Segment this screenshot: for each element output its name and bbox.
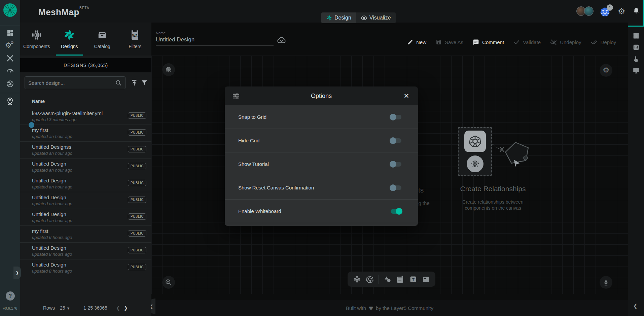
text-tool-icon[interactable]: T xyxy=(409,275,417,283)
visibility-badge: PUBLIC xyxy=(128,129,146,136)
right-dock-collapse-handle[interactable]: ❮ xyxy=(633,303,638,309)
svg-text:WA: WA xyxy=(132,34,138,38)
shapes-icon[interactable] xyxy=(384,275,392,283)
k8s-context-count-badge: 1 xyxy=(607,4,613,11)
toolbar-btn-4[interactable]: Undeploy xyxy=(550,39,581,45)
onboarding-card-text: Create relationships between components … xyxy=(449,199,537,211)
check-icon xyxy=(513,39,520,45)
tab-filters[interactable]: WA Filters xyxy=(119,23,152,56)
visibility-badge: PUBLIC xyxy=(128,197,146,203)
rail-expander-handle[interactable]: ❯ xyxy=(13,267,21,279)
toolkit-icon[interactable] xyxy=(6,54,14,63)
option-row-show-reset-canvas-confirmation: Show Reset Canvas Confirmation xyxy=(225,176,418,200)
tab-label: Catalog xyxy=(94,44,110,49)
column-header-name: Name xyxy=(32,99,45,104)
tab-label: Filters xyxy=(129,44,141,49)
components-chip-icon[interactable] xyxy=(353,275,361,283)
close-icon[interactable]: ✕ xyxy=(402,92,410,100)
upload-design-icon[interactable] xyxy=(131,79,138,86)
design-row[interactable]: Untitled Designupdated 8 hours agoPUBLIC xyxy=(20,259,151,276)
onboarding-card-title: Create Relationships xyxy=(444,185,542,193)
design-row[interactable]: Untitled Designupdated an hour agoPUBLIC xyxy=(20,192,151,209)
spoke-wheel-button[interactable] xyxy=(162,63,175,76)
meshery-swirl-icon xyxy=(326,15,332,21)
performance-gauge-icon[interactable] xyxy=(6,66,14,75)
collaborator-avatar-2[interactable] xyxy=(584,6,594,16)
option-toggle-2[interactable] xyxy=(390,161,402,168)
design-row[interactable]: Untitled Designupdated 8 hours agoPUBLIC xyxy=(20,242,151,259)
design-list: k8s-wasm-plugin-ratelimiter.ymlupdated 3… xyxy=(20,108,151,276)
rows-per-page-select[interactable]: 25 ▼ xyxy=(60,305,70,311)
tab-designs[interactable]: Designs xyxy=(53,23,86,56)
visibility-badge: PUBLIC xyxy=(128,180,146,186)
canvas-settings-button[interactable]: ⚙ xyxy=(600,64,612,77)
next-page-button[interactable]: ❯ xyxy=(124,305,128,311)
design-row[interactable]: Untitled Designupdated an hour agoPUBLIC xyxy=(20,209,151,225)
option-toggle-1[interactable] xyxy=(390,137,402,144)
designs-count-heading: DESIGNS (36,065) xyxy=(20,58,151,72)
design-row[interactable]: Untitled Designupdated an hour agoPUBLIC xyxy=(20,175,151,192)
option-toggle-0[interactable] xyxy=(390,114,402,120)
search-icon[interactable] xyxy=(115,79,122,86)
bell-icon[interactable] xyxy=(633,7,640,14)
toolbar-btn-1[interactable]: Save As xyxy=(436,39,463,45)
squid-extension-icon xyxy=(467,155,484,172)
option-row-enable-whiteboard: Enable Whiteboard xyxy=(225,200,418,223)
tab-label: Components xyxy=(23,44,50,49)
option-toggle-4[interactable] xyxy=(390,208,402,215)
owner-avatar xyxy=(29,122,34,128)
components-chip-icon xyxy=(31,29,42,41)
eye-icon xyxy=(361,14,367,21)
pen-tool-button[interactable] xyxy=(600,276,612,289)
widgets-grid-icon[interactable] xyxy=(633,32,640,39)
visibility-badge: PUBLIC xyxy=(128,247,146,253)
media-icon[interactable] xyxy=(422,275,430,283)
tab-components[interactable]: Components xyxy=(20,23,53,56)
prev-page-button[interactable]: ❮ xyxy=(116,305,120,311)
design-row[interactable]: my firstupdated 6 hours agoPUBLIC xyxy=(20,225,151,242)
option-label: Enable Whiteboard xyxy=(238,208,281,214)
zoom-in-button[interactable] xyxy=(162,276,175,289)
comment-icon xyxy=(473,39,479,45)
left-nav-rail: ⚙⚙ ❯ ? v0.6.176 xyxy=(0,0,20,316)
conformance-mesh-icon[interactable] xyxy=(6,79,14,88)
display-icon[interactable] xyxy=(633,67,640,74)
chart-panel-icon[interactable] xyxy=(633,44,640,51)
design-name-input[interactable] xyxy=(156,35,274,45)
dock-highlight-border-v xyxy=(643,0,644,27)
help-button[interactable]: ? xyxy=(6,291,15,301)
toolbar-btn-5[interactable]: Deploy xyxy=(591,39,616,45)
brand-title: MeshMapBETA xyxy=(38,6,89,17)
double-check-icon xyxy=(591,39,598,45)
spoke-wheel-icon xyxy=(165,66,172,73)
toolbar-btn-3[interactable]: Validate xyxy=(513,39,541,45)
right-dock-rail: ❮ xyxy=(628,23,644,316)
comment-bubble-icon[interactable] xyxy=(396,275,404,283)
tab-catalog[interactable]: Catalog xyxy=(86,23,119,56)
design-row[interactable]: Untitled Designssupdated an hour agoPUBL… xyxy=(20,141,151,158)
search-input[interactable] xyxy=(28,80,115,86)
toolbar-btn-0[interactable]: New xyxy=(407,39,426,45)
design-row[interactable]: k8s-wasm-plugin-ratelimiter.ymlupdated 3… xyxy=(20,108,151,125)
design-row[interactable]: my firstupdated an hour agoPUBLIC xyxy=(20,125,151,141)
gear-icon[interactable]: ⚙ xyxy=(618,6,625,16)
option-toggle-3[interactable] xyxy=(390,184,402,191)
layer5-logo-icon[interactable] xyxy=(3,3,17,17)
meshmap-pin-icon[interactable] xyxy=(6,97,14,106)
design-name-field: Name xyxy=(156,31,282,45)
toolbar-btn-2[interactable]: Comment xyxy=(473,39,504,45)
touch-interact-icon[interactable] xyxy=(633,56,640,63)
lifecycle-gears-icon[interactable]: ⚙⚙ xyxy=(6,41,14,50)
visibility-badge: PUBLIC xyxy=(128,264,146,270)
kubernetes-icon[interactable] xyxy=(366,275,374,283)
tab-visualize[interactable]: Visualize xyxy=(356,12,396,23)
canvas-actions: New Save As Comment Validate Undeploy De… xyxy=(407,39,626,45)
rows-label: Rows xyxy=(43,305,55,311)
filter-funnel-icon[interactable] xyxy=(141,79,148,86)
dashboard-icon[interactable] xyxy=(6,29,14,37)
footer-text-suffix: by the Layer5 Community xyxy=(376,305,433,311)
tab-design[interactable]: Design xyxy=(321,12,356,23)
design-row[interactable]: Untitled Designupdated an hour agoPUBLIC xyxy=(20,158,151,175)
catalog-drawer-icon xyxy=(97,29,107,41)
options-modal-body: Snap to Grid Hide Grid Show Tutorial Sho… xyxy=(225,105,418,226)
